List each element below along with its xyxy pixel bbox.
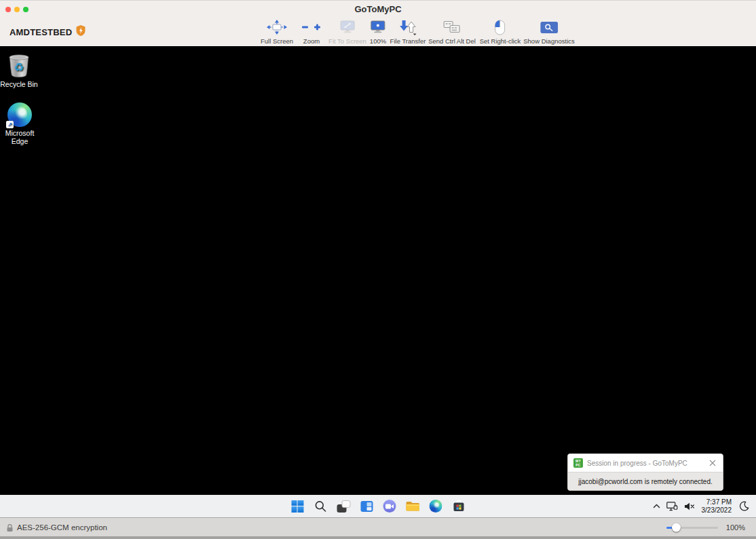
send-ctrl-alt-del-button[interactable]: Send Ctrl Alt Del <box>428 18 476 45</box>
fit-to-screen-icon <box>328 18 366 37</box>
window-title: GoToMyPC <box>0 4 756 14</box>
diagnostics-magnifier-icon <box>523 18 575 37</box>
widgets-button[interactable] <box>359 498 375 514</box>
start-button[interactable] <box>290 498 305 514</box>
focus-assist-button[interactable] <box>739 501 749 511</box>
clock-time: 7:37 PM <box>702 498 732 506</box>
remote-host-label: AMDTESTBED <box>10 25 86 39</box>
toolbar-button-label: File Transfer <box>390 37 426 45</box>
zoom-control: 100% <box>666 518 745 537</box>
system-tray: 7:37 PM 3/23/2022 <box>653 495 750 517</box>
zoom-minus-plus-icon <box>301 18 322 37</box>
tray-overflow-button[interactable] <box>653 504 660 508</box>
svg-text:♻: ♻ <box>14 60 24 74</box>
window-bottom-edge <box>0 536 756 539</box>
chevron-up-icon <box>653 504 660 508</box>
speaker-muted-icon <box>684 502 694 510</box>
encryption-status: AES-256-GCM encryption <box>6 518 107 537</box>
toolbar-button-label: Send Ctrl Alt Del <box>428 37 476 45</box>
zoom-button[interactable]: Zoom <box>301 18 322 45</box>
desktop-icon-label: Recycle Bin <box>0 80 42 88</box>
chat-icon <box>383 500 396 513</box>
full-screen-button[interactable]: Full Screen <box>261 18 293 45</box>
desktop-icon-microsoft-edge[interactable]: ↗ Microsoft Edge <box>0 102 43 145</box>
mouse-icon <box>480 18 521 37</box>
file-explorer-button[interactable] <box>405 498 421 514</box>
recycle-bin-icon: ♻ <box>0 53 42 78</box>
edge-icon <box>430 500 442 513</box>
shortcut-arrow-icon: ↗ <box>6 121 14 128</box>
edge-button[interactable] <box>428 498 444 514</box>
store-icon <box>453 500 466 513</box>
taskbar-center-icons <box>290 495 467 517</box>
shield-icon <box>76 25 86 39</box>
task-view-button[interactable] <box>336 498 352 514</box>
widgets-icon <box>360 501 373 512</box>
task-view-icon <box>337 500 350 513</box>
monitor-100-icon <box>370 18 386 37</box>
show-diagnostics-button[interactable]: Show Diagnostics <box>523 18 575 45</box>
taskbar-clock[interactable]: 7:37 PM 3/23/2022 <box>702 498 732 514</box>
start-icon <box>291 500 303 513</box>
moon-icon <box>739 501 749 511</box>
zoom-percentage: 100% <box>726 523 745 532</box>
clock-date: 3/23/2022 <box>702 506 732 515</box>
toolbar-button-label: Zoom <box>301 37 322 45</box>
gotomypc-window: { "window": { "title": "GoToMyPC" }, "to… <box>0 0 756 539</box>
encryption-label: AES-256-GCM encryption <box>17 523 107 532</box>
windows-taskbar: 7:37 PM 3/23/2022 <box>0 495 756 517</box>
hundred-percent-button[interactable]: 100% <box>370 18 386 45</box>
toast-message: jjacobi@pcworld.com is remotely connecte… <box>568 472 723 490</box>
edge-icon: ↗ <box>0 102 43 127</box>
zoom-slider[interactable] <box>666 527 718 529</box>
toolbar-button-label: Fit To Screen <box>328 37 366 45</box>
network-button[interactable] <box>666 502 678 511</box>
gotomypc-logo-icon: MYPC <box>573 458 583 468</box>
fit-to-screen-button[interactable]: Fit To Screen <box>328 18 366 45</box>
chat-button[interactable] <box>382 498 398 514</box>
toolbar-button-label: Full Screen <box>261 37 293 45</box>
host-name: AMDTESTBED <box>10 27 72 37</box>
volume-button[interactable] <box>684 502 694 510</box>
send-ctrl-alt-del-icon <box>428 18 476 37</box>
close-icon[interactable] <box>708 458 717 468</box>
file-transfer-icon <box>390 18 426 37</box>
toast-title: Session in progress - GoToMyPC <box>587 460 708 467</box>
file-explorer-icon <box>406 500 420 512</box>
desktop-icon-label: Microsoft Edge <box>0 129 43 145</box>
zoom-slider-thumb[interactable] <box>672 523 681 532</box>
toolbar-button-label: 100% <box>370 37 386 45</box>
toast-header: MYPC Session in progress - GoToMyPC <box>568 454 723 472</box>
gotomypc-status-bar: AES-256-GCM encryption 100% <box>0 517 756 536</box>
toolbar-button-label: Set Right-click <box>480 37 521 45</box>
search-button[interactable] <box>313 498 328 514</box>
notification-toast[interactable]: MYPC Session in progress - GoToMyPC jjac… <box>567 453 723 491</box>
store-button[interactable] <box>451 498 467 514</box>
network-monitor-icon <box>666 502 678 511</box>
search-icon <box>314 500 326 513</box>
file-transfer-button[interactable]: File Transfer <box>390 18 426 45</box>
toolbar-button-label: Show Diagnostics <box>523 37 575 45</box>
remote-desktop[interactable]: ♻ Recycle Bin ↗ Microsoft Edge MYPC Sess… <box>0 46 756 495</box>
title-bar-and-toolbar: GoToMyPC AMDTESTBED Full Screen <box>0 0 756 46</box>
lock-icon <box>6 523 14 532</box>
full-screen-icon <box>261 18 293 37</box>
set-right-click-button[interactable]: Set Right-click <box>480 18 521 45</box>
desktop-icon-recycle-bin[interactable]: ♻ Recycle Bin <box>0 53 42 88</box>
